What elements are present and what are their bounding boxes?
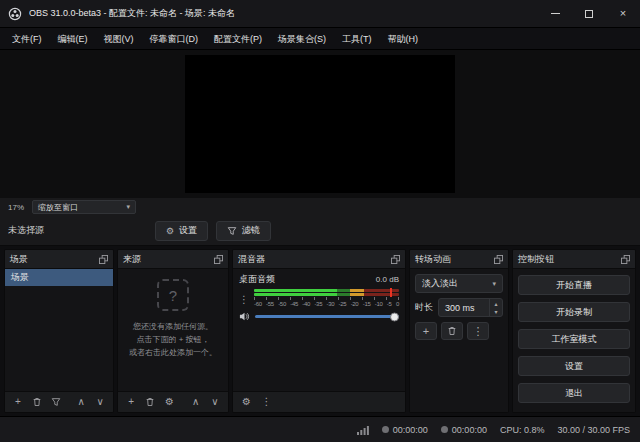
add-source-button[interactable]: + [123, 395, 139, 410]
close-button[interactable]: × [606, 0, 640, 27]
fps-indicator: 30.00 / 30.00 FPS [557, 425, 630, 435]
spin-up-button[interactable]: ▴ [490, 299, 502, 308]
remove-transition-button[interactable] [441, 322, 463, 340]
scale-label: 0 [396, 301, 399, 307]
move-scene-up-button[interactable]: ∧ [73, 395, 89, 410]
spin-down-icon: ▾ [494, 308, 497, 315]
controls-dock-body: 开始直播 开始录制 工作室模式 设置 退出 [513, 269, 635, 412]
duration-row: 时长 300 ms ▴ ▾ [415, 298, 503, 317]
start-streaming-button[interactable]: 开始直播 [518, 275, 630, 295]
mixer-dock-header: 混音器 [233, 250, 405, 269]
mixer-channel: 桌面音频 0.0 dB ⋮ -60 -55 -50 [233, 269, 405, 322]
menu-docks[interactable]: 停靠窗口(D) [142, 28, 207, 50]
channel-level-db: 0.0 dB [376, 275, 399, 284]
transitions-dock-header: 转场动画 [410, 250, 508, 269]
spin-down-button[interactable]: ▾ [490, 308, 502, 317]
source-filters-button[interactable]: 滤镜 [216, 221, 271, 241]
source-properties-button[interactable]: ⚙ 设置 [155, 221, 208, 241]
zoom-level: 17% [8, 203, 24, 212]
scale-label: -20 [351, 301, 359, 307]
channel-name: 桌面音频 [239, 273, 275, 286]
menu-scene-collection[interactable]: 场景集合(S) [270, 28, 334, 50]
add-transition-button[interactable]: + [415, 322, 437, 340]
dock-float-icon[interactable] [214, 255, 223, 264]
scenes-dock: 场景 场景 + [4, 249, 114, 413]
studio-mode-button[interactable]: 工作室模式 [518, 329, 630, 349]
menu-file[interactable]: 文件(F) [4, 28, 50, 50]
sources-dock: 来源 ? 您还没有添加任何源。 点击下面的 + 按钮， 或者右击此处添加一个。 … [117, 249, 229, 413]
scale-label: -25 [339, 301, 347, 307]
exit-button[interactable]: 退出 [518, 383, 630, 403]
channel-menu-button[interactable]: ⋮ [239, 289, 249, 309]
minimize-button[interactable] [538, 0, 572, 27]
record-time: 00:00:00 [452, 425, 487, 435]
gear-icon: ⚙ [165, 397, 174, 407]
dock-float-icon[interactable] [99, 255, 108, 264]
chevron-down-icon: ▾ [492, 280, 496, 288]
scale-label: -35 [314, 301, 322, 307]
mixer-dock-title: 混音器 [238, 253, 265, 266]
peak-marker [390, 292, 392, 297]
gear-icon: ⚙ [242, 397, 251, 407]
settings-button[interactable]: 设置 [518, 356, 630, 376]
mixer-empty-space [233, 322, 405, 391]
scale-label: -30 [326, 301, 334, 307]
volume-slider-handle[interactable] [390, 312, 399, 321]
preview-canvas[interactable] [185, 55, 455, 193]
sources-dock-header: 来源 [118, 250, 228, 269]
scale-label: -15 [363, 301, 371, 307]
scene-list-item[interactable]: 场景 [5, 269, 113, 286]
maximize-button[interactable] [572, 0, 606, 27]
controls-dock-header: 控制按钮 [513, 250, 635, 269]
scale-label: -60 [254, 301, 262, 307]
menu-tools[interactable]: 工具(T) [334, 28, 380, 50]
volume-slider-row [239, 311, 399, 322]
plus-icon: + [15, 397, 21, 407]
trash-icon [447, 326, 457, 336]
add-scene-button[interactable]: + [10, 395, 26, 410]
question-glyph: ? [169, 287, 177, 304]
audio-mixer-dock: 混音器 桌面音频 0.0 dB ⋮ [232, 249, 406, 413]
chevron-down-icon: ▾ [127, 203, 131, 211]
dock-area: 场景 场景 + [0, 246, 640, 416]
remove-source-button[interactable] [142, 395, 158, 410]
scale-label: -55 [266, 301, 274, 307]
move-scene-down-button[interactable]: ∨ [92, 395, 108, 410]
context-bar: 未选择源 ⚙ 设置 滤镜 [0, 216, 640, 246]
source-properties-label: 设置 [179, 224, 197, 237]
dots-vertical-icon: ⋮ [473, 325, 484, 338]
advanced-audio-button[interactable]: ⚙ [238, 395, 255, 410]
move-source-up-button[interactable]: ∧ [188, 395, 204, 410]
obs-window: OBS 31.0.0-beta3 - 配置文件: 未命名 - 场景: 未命名 ×… [0, 0, 640, 442]
transition-select[interactable]: 淡入淡出 ▾ [415, 274, 503, 293]
menu-edit[interactable]: 编辑(E) [50, 28, 96, 50]
trash-icon [32, 397, 42, 407]
volume-slider[interactable] [255, 315, 399, 318]
preview-area [0, 50, 640, 198]
duration-spinbox[interactable]: 300 ms ▴ ▾ [438, 298, 503, 317]
zoom-mode-select[interactable]: 缩放至窗口 ▾ [32, 200, 136, 214]
trash-icon [145, 397, 155, 407]
dock-float-icon[interactable] [391, 255, 400, 264]
record-timer: 00:00:00 [441, 425, 487, 435]
dock-float-icon[interactable] [621, 255, 630, 264]
menu-view[interactable]: 视图(V) [96, 28, 142, 50]
start-recording-button[interactable]: 开始录制 [518, 302, 630, 322]
source-properties-button[interactable]: ⚙ [161, 395, 177, 410]
transition-properties-button[interactable]: ⋮ [467, 322, 489, 340]
stream-status-icon [382, 426, 389, 433]
remove-scene-button[interactable] [29, 395, 45, 410]
speaker-icon[interactable] [239, 311, 250, 322]
transitions-dock-title: 转场动画 [415, 253, 451, 266]
scene-filters-button[interactable] [48, 395, 64, 410]
volume-meter-left [254, 289, 399, 292]
mixer-menu-button[interactable]: ⋮ [258, 395, 275, 410]
scale-label: -10 [375, 301, 383, 307]
move-source-down-button[interactable]: ∨ [207, 395, 223, 410]
dock-float-icon[interactable] [494, 255, 503, 264]
duration-value: 300 ms [439, 299, 489, 316]
menu-profile[interactable]: 配置文件(P) [206, 28, 270, 50]
sources-empty-line-3: 或者右击此处添加一个。 [129, 346, 217, 359]
menu-help[interactable]: 帮助(H) [380, 28, 427, 50]
meter-scale: -60 -55 -50 -45 -40 -35 -30 -25 -20 -15 [254, 301, 399, 307]
